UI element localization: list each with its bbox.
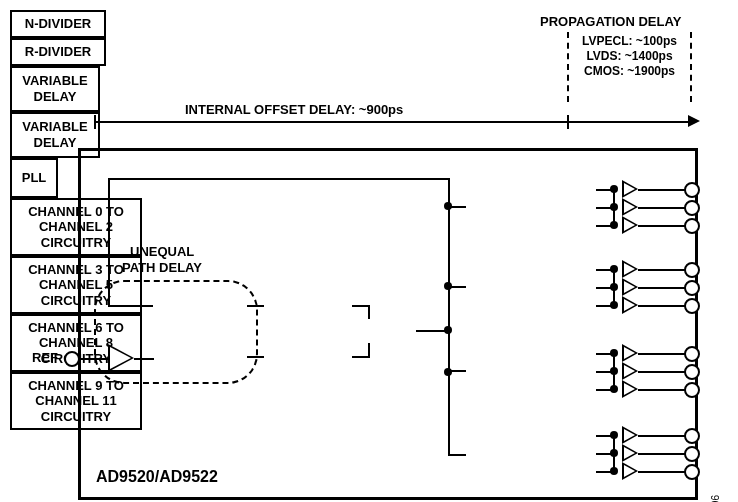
- node-pll-out: [444, 326, 452, 334]
- wire-rd-to-vd: [247, 356, 264, 358]
- unequal-label-1: UNEQUAL: [130, 244, 194, 260]
- offset-arrow-head: [688, 115, 700, 127]
- wire-ndiv-left: [108, 305, 153, 307]
- cmos-value: CMOS: ~1900ps: [572, 64, 687, 79]
- lvpecl-value: LVPECL: ~100ps: [572, 34, 687, 49]
- output-buffer-icon: [622, 380, 638, 398]
- output-pin-icon: [684, 298, 700, 314]
- wire-nd-to-vd: [247, 305, 264, 307]
- output-pin-icon: [684, 280, 700, 296]
- arrow-mid-tick: [567, 115, 569, 129]
- r-divider-box: R-DIVIDER: [10, 38, 106, 66]
- delay-dash-left: [567, 32, 569, 102]
- wire-feedback-h: [108, 178, 448, 180]
- wire-to-ch3: [448, 286, 466, 288]
- output-pin-icon: [684, 364, 700, 380]
- diagram-canvas: PROPAGATION DELAY LVPECL: ~100ps LVDS: ~…: [10, 10, 738, 502]
- output-buffer-icon: [622, 260, 638, 278]
- output-buffer-icon: [622, 278, 638, 296]
- offset-arrow-line: [94, 121, 690, 123]
- output-buffer-icon: [622, 362, 638, 380]
- output-pin-icon: [684, 446, 700, 462]
- propagation-delay-title: PROPAGATION DELAY: [540, 14, 681, 30]
- output-pin-icon: [684, 464, 700, 480]
- ref-label: REF: [32, 350, 58, 365]
- output-buffer-icon: [622, 344, 638, 362]
- output-buffer-icon: [622, 462, 638, 480]
- output-buffer-icon: [622, 444, 638, 462]
- output-pin-icon: [684, 182, 700, 198]
- output-buffer-icon: [622, 426, 638, 444]
- output-pin-icon: [684, 200, 700, 216]
- wire-vd1-pll-dn: [368, 305, 370, 319]
- unequal-region: [94, 280, 258, 384]
- unequal-label-2: PATH DELAY: [122, 260, 202, 276]
- n-divider-box: N-DIVIDER: [10, 10, 106, 38]
- offset-delay-label: INTERNAL OFFSET DELAY: ~900ps: [185, 102, 403, 118]
- pll-box: PLL: [10, 158, 58, 198]
- variable-delay-1: VARIABLE DELAY: [10, 66, 100, 112]
- lvds-value: LVDS: ~1400ps: [572, 49, 687, 64]
- wire-vd2-pll-up: [368, 343, 370, 358]
- output-pin-icon: [684, 382, 700, 398]
- figure-id: 07845-006: [710, 495, 721, 502]
- output-pin-icon: [684, 346, 700, 362]
- output-buffer-icon: [622, 180, 638, 198]
- output-pin-icon: [684, 428, 700, 444]
- part-number: AD9520/AD9522: [96, 468, 218, 486]
- output-pin-icon: [684, 262, 700, 278]
- delay-dash-right: [690, 32, 692, 102]
- prop-delay-values: LVPECL: ~100ps LVDS: ~1400ps CMOS: ~1900…: [572, 34, 687, 79]
- output-pin-icon: [684, 218, 700, 234]
- output-buffer-icon: [622, 198, 638, 216]
- output-buffer-icon: [622, 216, 638, 234]
- wire-to-ch9: [448, 454, 466, 456]
- wire-to-ch6: [448, 370, 466, 372]
- output-buffer-icon: [622, 296, 638, 314]
- wire-feedback-v: [108, 178, 110, 305]
- wire-to-ch0: [448, 206, 466, 208]
